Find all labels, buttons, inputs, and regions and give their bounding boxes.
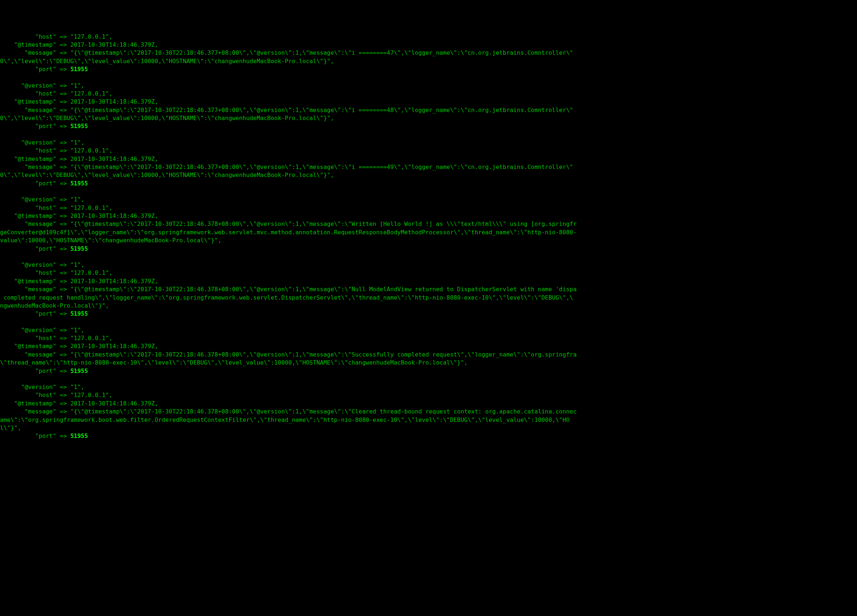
field-key: "port" (0, 122, 56, 130)
arrow: => (56, 220, 70, 228)
field-value: "127.0.0.1", (70, 392, 113, 398)
log-entry: "host" => "127.0.0.1", "@timestamp" => 2… (0, 33, 857, 74)
arrow: => (56, 392, 70, 398)
log-message: "message" => "{\"@timestamp\":\"2017-10-… (0, 285, 857, 293)
arrow: => (56, 351, 70, 358)
field-key: "@timestamp" (0, 41, 56, 48)
log-field: "@timestamp" => 2017-10-30T14:18:46.379Z… (0, 399, 857, 408)
log-entry: "@version" => "1", "host" => "127.0.0.1"… (0, 326, 857, 375)
field-value: 2017-10-30T14:18:46.379Z, (70, 343, 158, 350)
log-port: "port" => 51955 (0, 310, 857, 318)
field-key: "message" (0, 164, 56, 170)
field-value: "{\"@timestamp\":\"2017-10-30T22:18:46.3… (70, 107, 573, 113)
field-key: "@timestamp" (0, 400, 56, 407)
field-value: 51955 (70, 180, 88, 187)
field-value: "127.0.0.1", (70, 33, 113, 40)
log-port: "port" => 51955 (0, 245, 857, 253)
field-key: "message" (0, 286, 56, 293)
field-key: "@timestamp" (0, 155, 56, 163)
log-field: "host" => "127.0.0.1", (0, 204, 857, 212)
field-key: "@timestamp" (0, 343, 56, 350)
log-message-continuation: geConverter@d109c4f]\",\"logger_name\":\… (0, 228, 857, 237)
field-value: "127.0.0.1", (70, 204, 113, 211)
field-key: "message" (0, 351, 56, 358)
log-port: "port" => 51955 (0, 180, 857, 187)
log-message-continuation: 0\",\"level\":\"DEBUG\",\"level_value\":… (0, 171, 857, 179)
field-value: "1", (70, 82, 85, 89)
log-message-continuation: completed request handling\",\"logger_na… (0, 294, 857, 302)
field-key: "@version" (0, 196, 56, 203)
field-key: "host" (0, 147, 56, 154)
log-message: "message" => "{\"@timestamp\":\"2017-10-… (0, 106, 857, 114)
field-key: "port" (0, 310, 56, 317)
log-port: "port" => 51955 (0, 367, 857, 375)
log-field: "host" => "127.0.0.1", (0, 147, 857, 155)
field-value: 2017-10-30T14:18:46.379Z, (70, 278, 158, 285)
field-key: "message" (0, 408, 56, 415)
arrow: => (56, 278, 70, 285)
field-key: "message" (0, 107, 56, 113)
field-value: 51955 (70, 367, 88, 375)
field-key: "host" (0, 33, 56, 40)
log-message: "message" => "{\"@timestamp\":\"2017-10-… (0, 163, 857, 171)
arrow: => (56, 367, 70, 375)
arrow: => (56, 41, 70, 48)
log-message-continuation: ame\":\"org.springframework.boot.web.fil… (0, 416, 857, 424)
field-value: "1", (70, 327, 85, 334)
log-field: "host" => "127.0.0.1", (0, 269, 857, 277)
field-key: "@version" (0, 384, 56, 390)
arrow: => (56, 408, 70, 415)
field-key: "port" (0, 367, 56, 375)
field-value: "1", (70, 261, 85, 268)
field-value: "{\"@timestamp\":\"2017-10-30T22:18:46.3… (70, 220, 577, 228)
log-field: "@timestamp" => 2017-10-30T14:18:46.379Z… (0, 41, 857, 49)
field-value: "127.0.0.1", (70, 334, 113, 342)
log-field: "host" => "127.0.0.1", (0, 334, 857, 342)
log-message: "message" => "{\"@timestamp\":\"2017-10-… (0, 49, 857, 57)
terminal-output[interactable]: "host" => "127.0.0.1", "@timestamp" => 2… (0, 33, 857, 441)
log-field: "@timestamp" => 2017-10-30T14:18:46.379Z… (0, 155, 857, 163)
arrow: => (56, 286, 70, 293)
arrow: => (56, 180, 70, 187)
arrow: => (56, 212, 70, 219)
arrow: => (56, 107, 70, 113)
log-message-continuation: value\":10000,\"HOSTNAME\":\"changwenhud… (0, 237, 857, 245)
log-message: "message" => "{\"@timestamp\":\"2017-10-… (0, 408, 857, 416)
field-value: "{\"@timestamp\":\"2017-10-30T22:18:46.3… (70, 164, 573, 170)
field-key: "port" (0, 432, 56, 440)
arrow: => (56, 33, 70, 40)
field-value: 2017-10-30T14:18:46.379Z, (70, 41, 158, 48)
arrow: => (56, 164, 70, 170)
field-value: 51955 (70, 122, 88, 130)
arrow: => (56, 90, 70, 97)
field-key: "port" (0, 66, 56, 73)
log-field: "@timestamp" => 2017-10-30T14:18:46.379Z… (0, 212, 857, 220)
arrow: => (56, 334, 70, 342)
log-field: "@version" => "1", (0, 326, 857, 334)
field-key: "host" (0, 204, 56, 211)
field-value: 51955 (70, 66, 88, 73)
log-entry: "@version" => "1", "host" => "127.0.0.1"… (0, 139, 857, 187)
field-key: "@version" (0, 82, 56, 89)
field-value: 2017-10-30T14:18:46.379Z, (70, 212, 158, 219)
arrow: => (56, 310, 70, 317)
field-key: "message" (0, 49, 56, 56)
log-field: "@timestamp" => 2017-10-30T14:18:46.379Z… (0, 342, 857, 350)
field-key: "@timestamp" (0, 98, 56, 105)
arrow: => (56, 155, 70, 163)
arrow: => (56, 384, 70, 390)
field-value: "127.0.0.1", (70, 90, 113, 97)
field-key: "@version" (0, 327, 56, 334)
log-message-continuation: \"thread_name\":\"http-nio-8080-exec-10\… (0, 359, 857, 367)
field-value: "1", (70, 384, 85, 390)
field-value: "127.0.0.1", (70, 269, 113, 276)
arrow: => (56, 269, 70, 276)
arrow: => (56, 343, 70, 350)
field-value: "127.0.0.1", (70, 147, 113, 154)
field-key: "port" (0, 180, 56, 187)
field-key: "host" (0, 269, 56, 276)
arrow: => (56, 82, 70, 89)
log-entry: "@version" => "1", "host" => "127.0.0.1"… (0, 196, 857, 253)
arrow: => (56, 98, 70, 105)
arrow: => (56, 66, 70, 73)
